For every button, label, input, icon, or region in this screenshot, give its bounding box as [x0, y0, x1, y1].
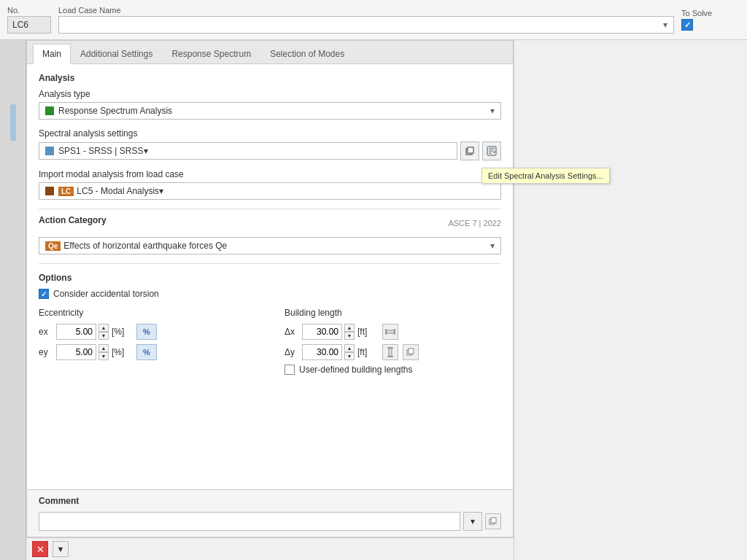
ex-row: ex ▲ ▼ [%] % — [39, 324, 255, 340]
building-col: Building length Δx ▲ ▼ [ft] — [285, 308, 501, 375]
import-arrow-icon: ▾ — [159, 186, 163, 196]
copy-spectral-button[interactable] — [460, 141, 479, 160]
delta-y-icon-button[interactable] — [382, 344, 398, 360]
import-modal-label: Import modal analysis from load case — [39, 169, 501, 179]
ey-spin: ▲ ▼ — [98, 344, 109, 360]
no-label: No. — [7, 6, 51, 15]
analysis-type-field: Analysis type Response Spectrum Analysis… — [39, 89, 501, 120]
delta-y-down-arrow[interactable]: ▼ — [344, 352, 355, 360]
delta-y-input[interactable] — [302, 344, 342, 360]
ey-down-arrow[interactable]: ▼ — [98, 352, 109, 360]
ex-up-arrow[interactable]: ▲ — [98, 324, 109, 332]
content-row: Main Additional Settings Response Spectr… — [0, 40, 747, 560]
svg-rect-6 — [386, 330, 395, 333]
building-length-label: Building length — [285, 308, 501, 318]
action-category-value: Effects of horizontal earthquake forces … — [63, 241, 490, 251]
action-category-title: Action Category — [39, 215, 107, 225]
form-panel: Main Additional Settings Response Spectr… — [26, 40, 514, 490]
import-dropdown[interactable]: LC LC5 - Modal Analysis ▾ — [39, 182, 501, 200]
no-input[interactable] — [7, 16, 51, 34]
ex-input[interactable] — [56, 324, 96, 340]
spectral-blue-indicator — [45, 147, 54, 155]
delta-y-copy-button[interactable] — [403, 344, 419, 360]
delta-x-row: Δx ▲ ▼ [ft] — [285, 324, 501, 340]
action-category-dropdown[interactable]: Qe Effects of horizontal earthquake forc… — [39, 237, 501, 254]
ex-percent-button[interactable]: % — [136, 324, 157, 340]
user-defined-row: User-defined building lengths — [285, 365, 501, 375]
tabs-bar: Main Additional Settings Response Spectr… — [27, 41, 513, 64]
delta-x-unit: [ft] — [357, 327, 379, 337]
load-case-dropdown[interactable]: ▾ — [58, 16, 674, 34]
user-defined-label: User-defined building lengths — [299, 365, 412, 375]
delete-button[interactable]: ✕ — [32, 541, 48, 557]
edit-spectral-button[interactable] — [482, 141, 501, 160]
spectral-arrow-icon: ▾ — [144, 146, 148, 156]
tab-main[interactable]: Main — [33, 44, 71, 64]
user-defined-checkbox[interactable] — [285, 365, 295, 375]
spectral-field: Spectral analysis settings SPS1 - SRSS |… — [39, 128, 501, 160]
copy-icon — [465, 146, 475, 156]
delta-y-label: Δy — [285, 347, 299, 357]
spectral-dropdown[interactable]: SPS1 - SRSS | SRSS ▾ — [39, 142, 457, 160]
ey-row: ey ▲ ▼ [%] % — [39, 344, 255, 360]
ex-unit: [%] — [112, 327, 133, 337]
delta-y-unit: [ft] — [357, 347, 379, 357]
delta-x-icon-button[interactable] — [382, 324, 398, 340]
to-solve-label: To Solve — [681, 9, 740, 18]
load-case-arrow-icon: ▾ — [663, 20, 667, 30]
dimension-x-icon — [385, 327, 395, 337]
green-indicator — [45, 106, 54, 115]
import-modal-field: Import modal analysis from load case LC … — [39, 169, 501, 200]
consider-torsion-checkbox[interactable] — [39, 289, 49, 299]
tooltip-text: Edit Spectral Analysis Settings... — [488, 171, 603, 180]
import-modal-row: LC LC5 - Modal Analysis ▾ — [39, 182, 501, 200]
consider-torsion-row: Consider accidental torsion — [39, 289, 501, 299]
tab-selection[interactable]: Selection of Modes — [260, 44, 354, 63]
comment-copy-icon — [489, 517, 498, 526]
main-layout: No. Load Case Name ▾ To Solve Mai — [0, 0, 747, 560]
tab-additional[interactable]: Additional Settings — [71, 44, 162, 63]
ey-up-arrow[interactable]: ▲ — [98, 344, 109, 352]
analysis-type-value: Response Spectrum Analysis — [58, 106, 490, 116]
edit-spectral-tooltip: Edit Spectral Analysis Settings... — [481, 168, 610, 184]
separator-2 — [39, 263, 501, 264]
ey-label: ey — [39, 347, 53, 357]
eccentricity-building-row: Eccentricity ex ▲ ▼ [%] % — [39, 308, 501, 375]
spectral-value: SPS1 - SRSS | SRSS — [58, 146, 144, 156]
comment-input[interactable] — [39, 512, 460, 531]
comment-title: Comment — [39, 496, 501, 506]
import-value: LC5 - Modal Analysis — [77, 186, 159, 196]
to-solve-checkbox[interactable] — [681, 19, 693, 31]
delta-x-up-arrow[interactable]: ▲ — [344, 324, 355, 332]
right-panel — [514, 40, 747, 560]
bottom-bar: ✕ ▼ — [26, 537, 514, 560]
load-case-label: Load Case Name — [58, 6, 674, 15]
load-case-field: Load Case Name ▾ — [58, 6, 674, 34]
delta-x-input[interactable] — [302, 324, 342, 340]
ey-input[interactable] — [56, 344, 96, 360]
copy-y-icon — [406, 348, 415, 357]
analysis-type-dropdown[interactable]: Response Spectrum Analysis ▾ — [39, 102, 501, 120]
top-bar: No. Load Case Name ▾ To Solve — [0, 0, 747, 40]
qe-badge: Qe — [45, 241, 61, 251]
svg-rect-9 — [389, 348, 392, 357]
action-category-section: Action Category ASCE 7 | 2022 Qe Effects… — [39, 215, 501, 254]
comment-dropdown-button[interactable]: ▾ — [463, 512, 482, 531]
action-category-header: Action Category ASCE 7 | 2022 — [39, 215, 501, 231]
analysis-type-label: Analysis type — [39, 89, 501, 99]
expand-button[interactable]: ▼ — [53, 541, 69, 557]
delta-x-down-arrow[interactable]: ▼ — [344, 332, 355, 340]
svg-rect-15 — [491, 518, 496, 523]
dimension-y-icon — [385, 347, 395, 357]
to-solve-section: To Solve — [681, 9, 740, 31]
delta-y-up-arrow[interactable]: ▲ — [344, 344, 355, 352]
comment-copy-button[interactable] — [485, 513, 501, 529]
sidebar-indicator — [10, 104, 16, 141]
ey-percent-button[interactable]: % — [136, 344, 157, 360]
tab-response[interactable]: Response Spectrum — [162, 44, 260, 63]
ex-down-arrow[interactable]: ▼ — [98, 332, 109, 340]
spectral-row: SPS1 - SRSS | SRSS ▾ — [39, 141, 501, 160]
form-body: Analysis Analysis type Response Spectrum… — [27, 64, 513, 489]
eccentricity-label: Eccentricity — [39, 308, 255, 318]
analysis-title: Analysis — [39, 73, 501, 83]
